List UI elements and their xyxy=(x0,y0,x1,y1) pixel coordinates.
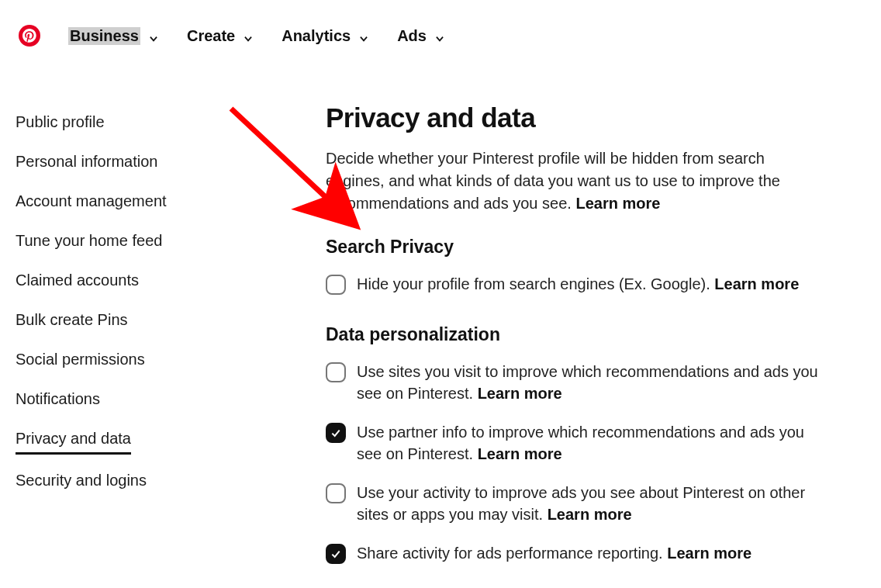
option-text: Share activity for ads performance repor… xyxy=(357,542,751,564)
option-text: Use your activity to improve ads you see… xyxy=(357,482,822,525)
chevron-down-icon xyxy=(243,30,254,41)
sidebar-item-notifications[interactable]: Notifications xyxy=(16,379,100,419)
sidebar-item-social-permissions[interactable]: Social permissions xyxy=(16,340,145,379)
section-search-privacy: Search Privacy xyxy=(326,237,822,258)
pinterest-logo-icon[interactable] xyxy=(19,25,40,47)
nav-label: Analytics xyxy=(282,27,351,45)
option-text: Use partner info to improve which recomm… xyxy=(357,421,822,465)
checkbox-sites-you-visit[interactable] xyxy=(326,362,346,382)
option-your-activity: Use your activity to improve ads you see… xyxy=(326,482,822,525)
learn-more-link[interactable]: Learn more xyxy=(478,445,562,462)
nav-create[interactable]: Create xyxy=(187,27,254,45)
sidebar-item-personal-information[interactable]: Personal information xyxy=(16,142,157,182)
page-title: Privacy and data xyxy=(326,102,822,133)
option-sites-you-visit: Use sites you visit to improve which rec… xyxy=(326,361,822,404)
learn-more-link[interactable]: Learn more xyxy=(548,506,632,523)
settings-sidebar: Public profile Personal information Acco… xyxy=(16,102,326,581)
nav-label: Business xyxy=(68,27,140,45)
nav-label: Create xyxy=(187,27,235,45)
option-text: Hide your profile from search engines (E… xyxy=(357,273,799,295)
section-data-personalization: Data personalization xyxy=(326,324,822,345)
checkbox-hide-profile[interactable] xyxy=(326,275,346,295)
nav-label: Ads xyxy=(397,27,427,45)
option-text: Use sites you visit to improve which rec… xyxy=(357,361,822,404)
nav-analytics[interactable]: Analytics xyxy=(282,27,369,45)
option-share-activity: Share activity for ads performance repor… xyxy=(326,542,822,564)
sidebar-item-claimed-accounts[interactable]: Claimed accounts xyxy=(16,261,139,300)
sidebar-item-public-profile[interactable]: Public profile xyxy=(16,102,105,142)
learn-more-link[interactable]: Learn more xyxy=(575,195,660,212)
sidebar-item-bulk-create-pins[interactable]: Bulk create Pins xyxy=(16,300,128,340)
sidebar-item-privacy-data[interactable]: Privacy and data xyxy=(16,419,131,455)
sidebar-item-security-logins[interactable]: Security and logins xyxy=(16,461,147,500)
top-nav: Business Create Analytics Ads xyxy=(0,0,881,56)
checkbox-partner-info[interactable] xyxy=(326,423,346,443)
checkbox-share-activity[interactable] xyxy=(326,544,346,564)
checkbox-your-activity[interactable] xyxy=(326,483,346,503)
option-hide-profile: Hide your profile from search engines (E… xyxy=(326,273,822,295)
learn-more-link[interactable]: Learn more xyxy=(478,385,562,402)
chevron-down-icon xyxy=(434,30,445,41)
nav-ads[interactable]: Ads xyxy=(397,27,445,45)
learn-more-link[interactable]: Learn more xyxy=(714,275,799,292)
sidebar-item-tune-home-feed[interactable]: Tune your home feed xyxy=(16,221,162,261)
chevron-down-icon xyxy=(358,30,369,41)
sidebar-item-account-management[interactable]: Account management xyxy=(16,182,167,221)
chevron-down-icon xyxy=(148,30,159,41)
page-description: Decide whether your Pinterest profile wi… xyxy=(326,147,822,215)
settings-main: Privacy and data Decide whether your Pin… xyxy=(326,102,822,581)
nav-business[interactable]: Business xyxy=(68,27,159,45)
learn-more-link[interactable]: Learn more xyxy=(667,545,751,562)
option-partner-info: Use partner info to improve which recomm… xyxy=(326,421,822,465)
